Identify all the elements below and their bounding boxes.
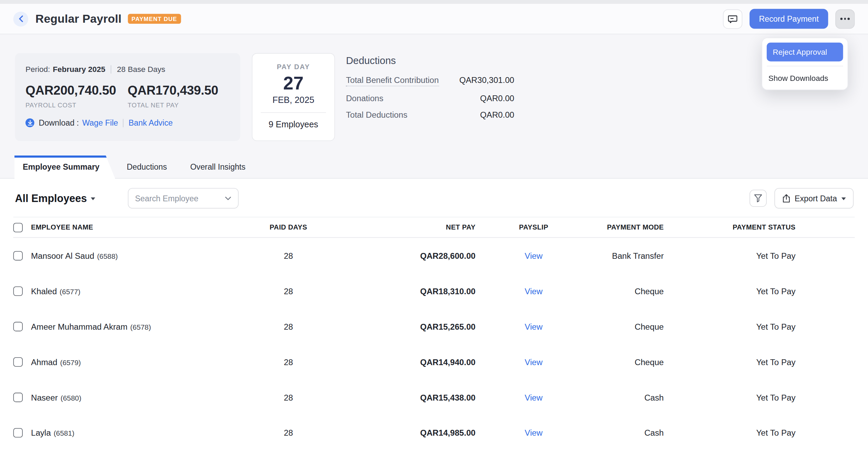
employee-name: Ahmad bbox=[31, 357, 57, 366]
employee-name: Layla bbox=[31, 428, 51, 437]
total-net-pay-label: TOTAL NET PAY bbox=[127, 102, 230, 108]
employee-id: (6578) bbox=[130, 323, 151, 331]
payday-label: PAY DAY bbox=[252, 63, 334, 71]
employee-summary-panel: All Employees Export Data bbox=[0, 179, 868, 457]
table-row: Ameer Muhammad Akram(6578) 28 QAR15,265.… bbox=[13, 309, 855, 344]
filter-button[interactable] bbox=[750, 190, 767, 207]
search-employee-input[interactable] bbox=[135, 194, 225, 203]
payment-status: Yet To Pay bbox=[664, 286, 795, 296]
employee-filter-dropdown[interactable]: All Employees bbox=[15, 192, 95, 204]
tab-bar: Employee Summary Deductions Overall Insi… bbox=[0, 156, 868, 179]
paid-days: 28 bbox=[252, 251, 324, 260]
summary-section: Period: February 2025 28 Base Days QAR20… bbox=[0, 34, 868, 141]
select-all-checkbox[interactable] bbox=[13, 223, 23, 232]
view-payslip-link[interactable]: View bbox=[525, 286, 542, 296]
caret-down-icon bbox=[841, 198, 846, 200]
payment-status: Yet To Pay bbox=[664, 428, 795, 437]
payment-mode: Bank Transfer bbox=[592, 251, 664, 260]
paid-days: 28 bbox=[252, 428, 324, 437]
comments-button[interactable] bbox=[723, 9, 742, 29]
deduction-row: Total Benefit Contribution QAR30,301.00 bbox=[346, 75, 514, 86]
tab-deductions[interactable]: Deductions bbox=[115, 156, 178, 178]
row-checkbox[interactable] bbox=[13, 251, 23, 260]
deductions-summary: Deductions Total Benefit Contribution QA… bbox=[346, 53, 514, 127]
status-badge: PAYMENT DUE bbox=[128, 14, 181, 24]
export-icon bbox=[783, 194, 791, 203]
row-checkbox[interactable] bbox=[13, 322, 23, 331]
net-pay: QAR15,265.00 bbox=[324, 322, 476, 331]
view-payslip-link[interactable]: View bbox=[525, 357, 542, 366]
caret-down-icon bbox=[91, 198, 95, 200]
tab-overall-insights[interactable]: Overall Insights bbox=[178, 156, 257, 178]
base-days: 28 Base Days bbox=[117, 65, 165, 74]
employee-id: (6581) bbox=[54, 429, 74, 437]
employee-table: EMPLOYEE NAME PAID DAYS NET PAY PAYSLIP … bbox=[0, 217, 868, 450]
total-benefit-contribution-label: Total Benefit Contribution bbox=[346, 75, 438, 86]
page-title: Regular Payroll bbox=[35, 12, 122, 25]
employee-filter-label: All Employees bbox=[15, 192, 87, 204]
net-pay: QAR28,600.00 bbox=[324, 251, 476, 260]
more-actions-menu: Reject Approval Show Downloads bbox=[762, 38, 848, 90]
paid-days: 28 bbox=[252, 322, 324, 331]
view-payslip-link[interactable]: View bbox=[525, 251, 542, 260]
wage-file-link[interactable]: Wage File bbox=[82, 118, 118, 127]
payment-status: Yet To Pay bbox=[664, 251, 795, 260]
dot-icon bbox=[840, 18, 843, 20]
payday-card: PAY DAY 27 FEB, 2025 9 Employees bbox=[252, 53, 335, 141]
net-pay: QAR14,940.00 bbox=[324, 357, 476, 366]
donations-label: Donations bbox=[346, 94, 383, 103]
filter-toolbar: All Employees Export Data bbox=[0, 179, 868, 209]
funnel-icon bbox=[754, 194, 763, 202]
period-value: February 2025 bbox=[53, 65, 105, 74]
bank-advice-link[interactable]: Bank Advice bbox=[128, 118, 173, 127]
tab-employee-summary[interactable]: Employee Summary bbox=[14, 156, 115, 179]
menu-item-reject-approval[interactable]: Reject Approval bbox=[767, 43, 843, 62]
col-net-pay: NET PAY bbox=[324, 223, 476, 231]
employee-name: Ameer Muhammad Akram bbox=[31, 322, 127, 331]
employee-id: (6588) bbox=[97, 252, 118, 260]
total-net-pay: QAR170,439.50 TOTAL NET PAY bbox=[127, 83, 230, 108]
employee-search-combobox[interactable] bbox=[128, 188, 238, 208]
header-actions: Record Payment bbox=[723, 9, 855, 29]
amounts-row: QAR200,740.50 PAYROLL COST QAR170,439.50… bbox=[25, 83, 230, 108]
payment-status: Yet To Pay bbox=[664, 322, 795, 331]
menu-item-show-downloads[interactable]: Show Downloads bbox=[767, 66, 843, 85]
payday-day: 27 bbox=[252, 74, 334, 94]
row-checkbox[interactable] bbox=[13, 392, 23, 402]
col-employee-name: EMPLOYEE NAME bbox=[31, 223, 252, 231]
payment-status: Yet To Pay bbox=[664, 357, 795, 366]
total-deductions-value: QAR0.00 bbox=[480, 110, 514, 119]
export-data-label: Export Data bbox=[795, 194, 837, 203]
col-payslip: PAYSLIP bbox=[476, 223, 592, 231]
download-row: Download : Wage File Bank Advice bbox=[25, 118, 230, 127]
payday-employee-count: 9 Employees bbox=[252, 120, 334, 130]
deduction-row: Donations QAR0.00 bbox=[346, 94, 514, 103]
export-data-button[interactable]: Export Data bbox=[775, 188, 854, 208]
table-row: Ahmad(6579) 28 QAR14,940.00 View Cheque … bbox=[13, 344, 855, 380]
table-actions: Export Data bbox=[750, 188, 854, 208]
net-pay: QAR18,310.00 bbox=[324, 286, 476, 296]
more-actions-button[interactable] bbox=[835, 9, 855, 29]
total-deductions-label: Total Deductions bbox=[346, 110, 407, 119]
record-payment-button[interactable]: Record Payment bbox=[750, 9, 828, 29]
paid-days: 28 bbox=[252, 286, 324, 296]
view-payslip-link[interactable]: View bbox=[525, 392, 542, 402]
row-checkbox[interactable] bbox=[13, 357, 23, 366]
view-payslip-link[interactable]: View bbox=[525, 322, 542, 331]
chevron-down-icon bbox=[225, 196, 231, 201]
page-header: Regular Payroll PAYMENT DUE Record Payme… bbox=[0, 4, 868, 34]
payroll-cost-label: PAYROLL COST bbox=[25, 102, 128, 108]
table-row: Naseer(6580) 28 QAR15,438.00 View Cash Y… bbox=[13, 380, 855, 415]
table-row: Khaled(6577) 28 QAR18,310.00 View Cheque… bbox=[13, 273, 855, 309]
row-checkbox[interactable] bbox=[13, 286, 23, 296]
payroll-cost-value: QAR200,740.50 bbox=[25, 83, 128, 98]
employee-id: (6577) bbox=[60, 287, 80, 296]
view-payslip-link[interactable]: View bbox=[525, 428, 542, 437]
back-button[interactable] bbox=[13, 11, 28, 26]
row-checkbox[interactable] bbox=[13, 428, 23, 437]
payment-mode: Cash bbox=[592, 428, 664, 437]
table-row: Mansoor Al Saud(6588) 28 QAR28,600.00 Vi… bbox=[13, 238, 855, 273]
donations-value: QAR0.00 bbox=[480, 94, 514, 103]
col-payment-mode: PAYMENT MODE bbox=[592, 223, 664, 231]
col-paid-days: PAID DAYS bbox=[252, 223, 324, 231]
